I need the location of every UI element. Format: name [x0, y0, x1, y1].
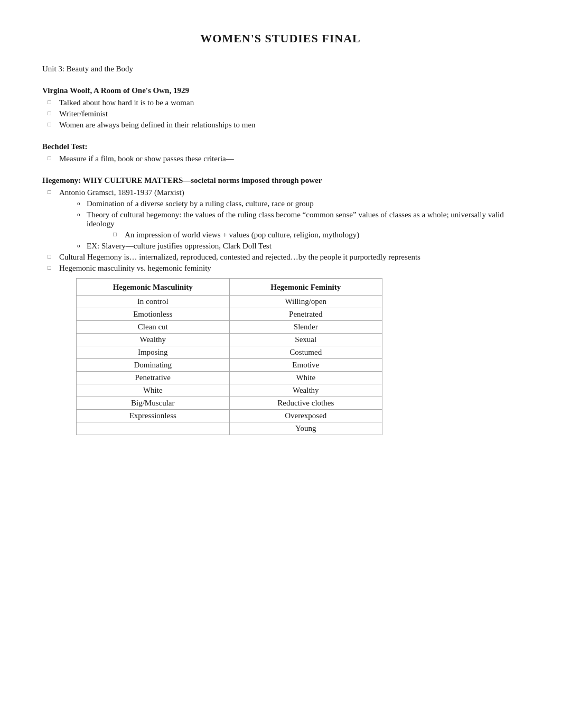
- bechdel-title: Bechdel Test:: [42, 142, 519, 151]
- list-item: Women are always being defined in their …: [59, 121, 519, 130]
- hegemony-main-list: Antonio Gramsci, 1891-1937 (Marxist) Dom…: [42, 188, 519, 435]
- table-row: ExpressionlessOverexposed: [77, 410, 382, 422]
- virginia-woolf-section: Virgina Woolf, A Room of One's Own, 1929…: [42, 86, 519, 130]
- hegemony-table: Hegemonic Masculinity Hegemonic Feminity…: [76, 278, 382, 435]
- table-cell: Emotive: [229, 359, 382, 372]
- table-cell: Penetrative: [77, 372, 230, 384]
- virginia-woolf-title: Virgina Woolf, A Room of One's Own, 1929: [42, 86, 519, 95]
- gramsci-label: Antonio Gramsci, 1891-1937 (Marxist): [59, 188, 184, 197]
- table-row: DominatingEmotive: [77, 359, 382, 372]
- table-cell: In control: [77, 296, 230, 308]
- table-cell: White: [77, 384, 230, 397]
- table-row: Big/MuscularReductive clothes: [77, 397, 382, 410]
- table-cell: Overexposed: [229, 410, 382, 422]
- hegemonic-vs-item: Hegemonic masculinity vs. hegemonic femi…: [59, 264, 519, 435]
- sub-bullet-text: Theory of cultural hegemony: the values …: [87, 210, 504, 228]
- table-header-masculinity: Hegemonic Masculinity: [77, 279, 230, 296]
- table-cell: Big/Muscular: [77, 397, 230, 410]
- table-cell: Reductive clothes: [229, 397, 382, 410]
- table-cell: Slender: [229, 321, 382, 334]
- gramsci-item: Antonio Gramsci, 1891-1937 (Marxist) Dom…: [59, 188, 519, 251]
- sub-sub-list: An impression of world views + values (p…: [87, 231, 519, 239]
- table-cell: Sexual: [229, 334, 382, 346]
- table-cell: Wealthy: [77, 334, 230, 346]
- table-cell: Costumed: [229, 346, 382, 359]
- list-item: EX: Slavery—culture justifies oppression…: [87, 242, 519, 251]
- table-row: Clean cutSlender: [77, 321, 382, 334]
- bechdel-section: Bechdel Test: Measure if a film, book or…: [42, 142, 519, 163]
- hegemonic-vs-label: Hegemonic masculinity vs. hegemonic femi…: [59, 264, 211, 272]
- table-cell: Emotionless: [77, 308, 230, 321]
- list-item: Talked about how hard it is to be a woma…: [59, 98, 519, 107]
- virginia-woolf-list: Talked about how hard it is to be a woma…: [42, 98, 519, 130]
- cultural-hegemony-item: Cultural Hegemony is… internalized, repr…: [59, 253, 519, 262]
- list-item: Measure if a film, book or show passes t…: [59, 154, 519, 163]
- table-row: WealthySexual: [77, 334, 382, 346]
- table-cell: Imposing: [77, 346, 230, 359]
- hegemony-section: Hegemony: WHY CULTURE MATTERS—societal n…: [42, 176, 519, 435]
- table-cell: Clean cut: [77, 321, 230, 334]
- table-row: PenetrativeWhite: [77, 372, 382, 384]
- hegemony-title: Hegemony: WHY CULTURE MATTERS—societal n…: [42, 176, 519, 185]
- unit-heading: Unit 3: Beauty and the Body: [42, 64, 519, 73]
- table-cell: [77, 422, 230, 435]
- table-row: EmotionlessPenetrated: [77, 308, 382, 321]
- table-cell: Expressionless: [77, 410, 230, 422]
- list-item: An impression of world views + values (p…: [125, 231, 519, 239]
- table-row: Young: [77, 422, 382, 435]
- table-cell: White: [229, 372, 382, 384]
- table-row: In controlWilling/open: [77, 296, 382, 308]
- list-item: Domination of a diverse society by a rul…: [87, 199, 519, 208]
- table-row: ImposingCostumed: [77, 346, 382, 359]
- table-cell: Dominating: [77, 359, 230, 372]
- table-cell: Wealthy: [229, 384, 382, 397]
- table-row: WhiteWealthy: [77, 384, 382, 397]
- list-item: Theory of cultural hegemony: the values …: [87, 210, 519, 239]
- page-title: WOMEN'S STUDIES FINAL: [42, 32, 519, 45]
- table-header-feminity: Hegemonic Feminity: [229, 279, 382, 296]
- table-cell: Young: [229, 422, 382, 435]
- bechdel-bullet-list: Measure if a film, book or show passes t…: [42, 154, 519, 163]
- hegemony-table-wrapper: Hegemonic Masculinity Hegemonic Feminity…: [76, 278, 519, 435]
- gramsci-sub-list: Domination of a diverse society by a rul…: [59, 199, 519, 251]
- table-cell: Willing/open: [229, 296, 382, 308]
- table-cell: Penetrated: [229, 308, 382, 321]
- list-item: Writer/feminist: [59, 109, 519, 118]
